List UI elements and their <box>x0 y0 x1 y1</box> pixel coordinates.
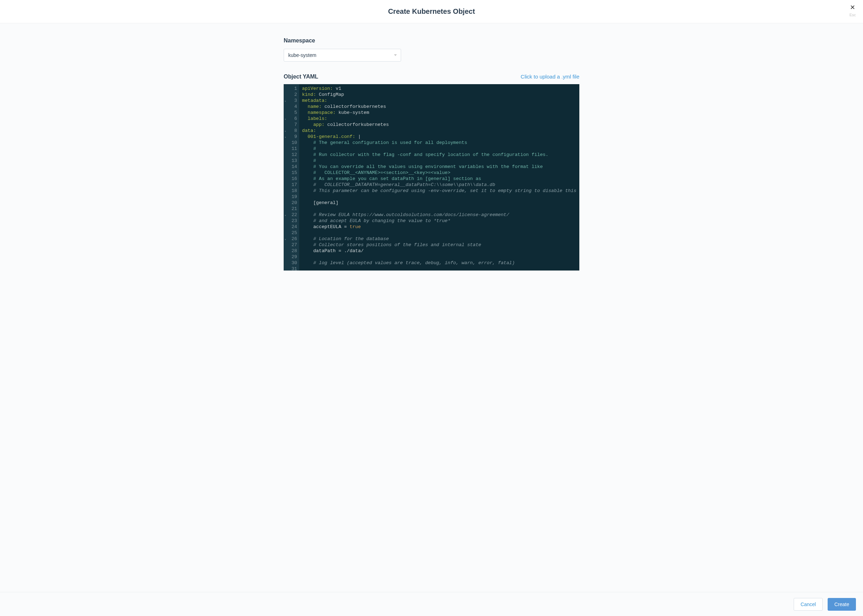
code-line[interactable]: data: <box>302 128 579 134</box>
namespace-select[interactable]: kube-system <box>284 49 401 61</box>
gutter-line: 4 <box>284 104 298 110</box>
code-line[interactable]: metadata: <box>302 97 579 104</box>
gutter-line: 1 <box>284 86 298 91</box>
gutter-line: ▾26 <box>284 236 298 242</box>
close-icon: ✕ <box>850 4 856 11</box>
gutter-line: 16 <box>284 176 298 182</box>
modal-body: Namespace kube-system Object YAML Click … <box>0 24 863 592</box>
gutter-line: ▾9 <box>284 134 298 140</box>
gutter-line: 17 <box>284 182 298 188</box>
gutter-line: 11 <box>284 146 298 152</box>
gutter-line: 14 <box>284 164 298 170</box>
code-line[interactable]: # Location for the database <box>302 236 579 242</box>
code-line[interactable]: # and accept EULA by changing the value … <box>302 218 579 224</box>
code-line[interactable]: # <box>302 158 579 164</box>
gutter-line: ▾3 <box>284 97 298 104</box>
gutter-line: ▾8 <box>284 128 298 134</box>
code-line[interactable] <box>302 206 579 212</box>
chevron-down-icon <box>394 55 397 56</box>
close-hint: Esc <box>850 13 856 17</box>
gutter-line: 10 <box>284 140 298 146</box>
namespace-select-value: kube-system <box>288 52 316 58</box>
code-line[interactable]: # You can override all the values using … <box>302 164 579 170</box>
namespace-label: Namespace <box>284 38 579 44</box>
gutter-line: 20 <box>284 200 298 206</box>
code-line[interactable]: app: collectorforkubernetes <box>302 122 579 128</box>
gutter-line: 29 <box>284 254 298 260</box>
gutter-line: 31 <box>284 266 298 270</box>
gutter-line: 30 <box>284 260 298 266</box>
upload-yml-link[interactable]: Click to upload a .yml file <box>520 74 579 80</box>
gutter-line: 21 <box>284 206 298 212</box>
code-line[interactable]: [general] <box>302 200 579 206</box>
code-line[interactable]: 001-general.conf: | <box>302 134 579 140</box>
code-line[interactable]: labels: <box>302 116 579 122</box>
gutter-line: 24 <box>284 224 298 230</box>
modal-header: Create Kubernetes Object ✕ Esc <box>0 0 863 24</box>
gutter-line: 28 <box>284 248 298 254</box>
code-line[interactable]: name: collectorforkubernetes <box>302 104 579 110</box>
gutter-line: 13 <box>284 158 298 164</box>
code-line[interactable]: # log level (accepted values are trace, … <box>302 260 579 266</box>
code-line[interactable]: # Collector stores positions of the file… <box>302 242 579 248</box>
code-line[interactable]: # COLLECTOR__<ANYNAME>=<section>__<key>=… <box>302 170 579 176</box>
code-line[interactable]: acceptEULA = true <box>302 224 579 230</box>
editor-gutter: 12▾345▾67▾8▾9101112131415161718192021▾22… <box>284 84 299 270</box>
gutter-line: 18 <box>284 188 298 194</box>
code-line[interactable]: namespace: kube-system <box>302 110 579 116</box>
gutter-line: 15 <box>284 170 298 176</box>
code-line[interactable] <box>302 194 579 200</box>
yaml-editor[interactable]: 12▾345▾67▾8▾9101112131415161718192021▾22… <box>284 84 579 270</box>
code-line[interactable]: # Run collector with the flag -conf and … <box>302 152 579 158</box>
code-line[interactable]: # As an example you can set dataPath in … <box>302 176 579 182</box>
modal-title: Create Kubernetes Object <box>388 8 475 16</box>
gutter-line: 7 <box>284 122 298 128</box>
code-line[interactable]: # <box>302 146 579 152</box>
object-yaml-label: Object YAML <box>284 74 318 80</box>
gutter-line: 23 <box>284 218 298 224</box>
editor-code[interactable]: apiVersion: v1kind: ConfigMapmetadata: n… <box>299 84 579 270</box>
gutter-line: 19 <box>284 194 298 200</box>
code-line[interactable] <box>302 266 579 270</box>
code-line[interactable]: # The general configuration is used for … <box>302 140 579 146</box>
gutter-line: 12 <box>284 152 298 158</box>
gutter-line: 27 <box>284 242 298 248</box>
gutter-line: 25 <box>284 230 298 236</box>
code-line[interactable]: # Review EULA https://www.outcoldsolutio… <box>302 212 579 218</box>
code-line[interactable]: apiVersion: v1 <box>302 86 579 91</box>
code-line[interactable]: kind: ConfigMap <box>302 91 579 97</box>
gutter-line: ▾6 <box>284 116 298 122</box>
close-button[interactable]: ✕ Esc <box>850 4 856 17</box>
gutter-line: 2 <box>284 91 298 97</box>
code-line[interactable]: # COLLECTOR__DATAPATH=general__dataPath=… <box>302 182 579 188</box>
code-line[interactable] <box>302 230 579 236</box>
code-line[interactable]: dataPath = ./data/ <box>302 248 579 254</box>
gutter-line: ▾22 <box>284 212 298 218</box>
code-line[interactable]: # This parameter can be configured using… <box>302 188 579 194</box>
code-line[interactable] <box>302 254 579 260</box>
gutter-line: 5 <box>284 110 298 116</box>
